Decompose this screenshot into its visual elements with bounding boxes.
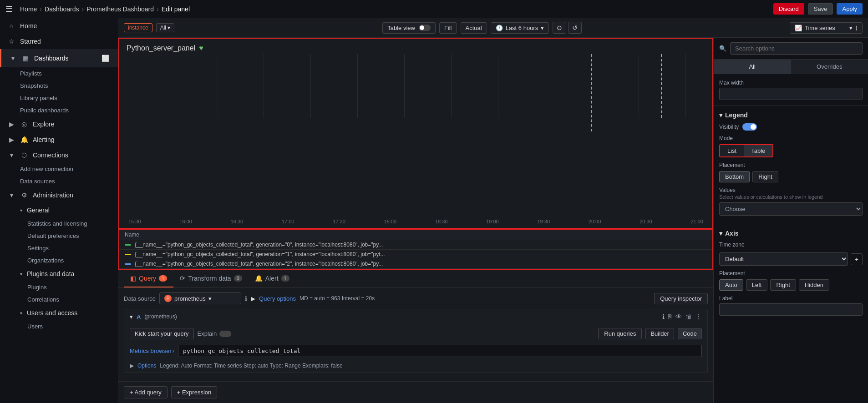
query-tab-label: Query [139, 275, 156, 282]
tab-query[interactable]: ◧ Query 1 [124, 270, 173, 287]
heart-icon: ♥ [199, 44, 203, 52]
sidebar-item-connections[interactable]: ▾ ⬡ Connections [0, 147, 118, 163]
axis-section-label: Axis [725, 230, 739, 237]
apply-button[interactable]: Apply [837, 3, 863, 15]
run-queries-button[interactable]: Run queries [598, 328, 642, 339]
sidebar-section-general[interactable]: ▾ General [0, 203, 118, 217]
discard-button[interactable]: Discard [773, 3, 804, 15]
sidebar-item-home[interactable]: ⌂ Home [0, 18, 118, 34]
placement-right-button[interactable]: Right [752, 171, 778, 182]
breadcrumb: Home › Dashboards › Prometheus Dashboard… [20, 5, 190, 13]
sidebar-item-default-prefs[interactable]: Default preferences [27, 230, 118, 242]
table-view-toggle[interactable]: Table view [382, 22, 436, 34]
legend-row-2[interactable]: {__name__="python_gc_objects_collected_t… [119, 259, 712, 269]
fill-button[interactable]: Fill [439, 22, 457, 34]
placement-bottom-button[interactable]: Bottom [719, 171, 750, 182]
axis-placement-hidden[interactable]: Hidden [799, 279, 829, 291]
code-button[interactable]: Code [678, 328, 702, 339]
sidebar-item-playlists[interactable]: Playlists [20, 67, 118, 80]
sidebar-item-correlations[interactable]: Correlations [27, 293, 118, 306]
sidebar-item-users[interactable]: Users [27, 320, 118, 332]
mode-list-button[interactable]: List [720, 145, 744, 156]
all-dropdown[interactable]: All ▾ [156, 23, 175, 32]
sidebar-item-plugins[interactable]: Plugins [27, 281, 118, 293]
instance-badge[interactable]: instance [124, 23, 152, 32]
query-block-header: ▾ A (prometheus) ℹ ⎘ 👁 🗑 ⋮ [124, 309, 707, 324]
actual-button[interactable]: Actual [461, 22, 487, 34]
sidebar-item-library-panels[interactable]: Library panels [20, 92, 118, 104]
axis-label-input[interactable] [719, 303, 863, 316]
time-range-picker[interactable]: 🕐 Last 6 hours ▾ [491, 22, 549, 34]
axis-placement-left[interactable]: Left [746, 279, 768, 291]
legend-header-name: Name [125, 232, 139, 238]
breadcrumb-home[interactable]: Home [20, 5, 37, 13]
explain-toggle-switch[interactable] [219, 331, 231, 337]
sidebar-item-snapshots[interactable]: Snapshots [20, 80, 118, 92]
refresh-button[interactable]: ↺ [568, 22, 582, 34]
time-range-label: Last 6 hours [506, 25, 538, 31]
add-expression-button[interactable]: + Expression [171, 386, 218, 398]
legend-row-0[interactable]: {__name__="python_gc_objects_collected_t… [119, 240, 712, 250]
right-panel-tab-overrides[interactable]: Overrides [791, 60, 868, 74]
zoom-out-button[interactable]: ⊖ [553, 22, 566, 34]
query-copy-icon[interactable]: ⎘ [668, 313, 672, 320]
sidebar-item-alerting[interactable]: ▶ 🔔 Alerting [0, 132, 118, 147]
axis-section-title[interactable]: ▾ Axis [719, 230, 863, 237]
sidebar-item-starred-label: Starred [20, 38, 41, 45]
sidebar-item-starred[interactable]: ☆ Starred [0, 34, 118, 49]
sidebar-item-explore[interactable]: ▶ ◎ Explore [0, 116, 118, 132]
sidebar-item-dashboards[interactable]: ▾ ▦ Dashboards ⬜ [0, 49, 118, 67]
table-view-toggle-switch[interactable] [419, 25, 431, 31]
query-inspector-button[interactable]: Query inspector [654, 293, 708, 304]
breadcrumb-dashboards[interactable]: Dashboards [45, 5, 79, 13]
viz-type-select[interactable]: 📈 Time series ▾ ⟩ [790, 22, 863, 34]
kick-start-button[interactable]: Kick start your query [130, 328, 194, 339]
query-block-collapse-icon[interactable]: ▾ [130, 313, 133, 320]
query-delete-icon[interactable]: 🗑 [685, 313, 692, 320]
save-button[interactable]: Save [808, 3, 833, 15]
general-chevron-icon: ▾ [20, 208, 22, 213]
right-panel-tab-all[interactable]: All [714, 60, 791, 74]
sidebar-item-statistics[interactable]: Statistics and licensing [27, 217, 118, 230]
tab-alert[interactable]: 🔔 Alert 1 [249, 270, 296, 287]
sidebar-item-add-connection[interactable]: Add new connection [20, 163, 118, 175]
sidebar-item-settings[interactable]: Settings [27, 242, 118, 254]
sidebar-section-users[interactable]: ▾ Users and access [0, 306, 118, 320]
values-choose-select[interactable]: Choose [719, 202, 863, 216]
sidebar-item-administration[interactable]: ▾ ⚙ Administration [0, 187, 118, 203]
legend-section-title[interactable]: ▾ Legend [719, 111, 863, 119]
sidebar-section-plugins[interactable]: ▾ Plugins and data [0, 267, 118, 281]
datasource-select[interactable]: P prometheus ▾ [159, 292, 241, 304]
legend-color-0 [125, 244, 131, 246]
datasource-info-icon[interactable]: ℹ [245, 295, 247, 302]
axis-placement-auto[interactable]: Auto [719, 279, 743, 291]
legend-row-1[interactable]: {__name__="python_gc_objects_collected_t… [119, 250, 712, 259]
query-eye-icon[interactable]: 👁 [675, 313, 682, 320]
tab-transform[interactable]: ⟳ Transform data 0 [173, 270, 249, 287]
axis-placement-right[interactable]: Right [770, 279, 796, 291]
sidebar-collapse-btn[interactable]: ⬜ [100, 53, 111, 64]
query-more-icon[interactable]: ⋮ [695, 313, 702, 320]
metrics-browser-link[interactable]: Metrics browser › [130, 348, 174, 354]
timezone-add-button[interactable]: + [851, 253, 863, 265]
sidebar-item-data-sources[interactable]: Data sources [20, 175, 118, 187]
sidebar-item-dashboards-label: Dashboards [34, 55, 69, 62]
sidebar-item-public-dashboards[interactable]: Public dashboards [20, 104, 118, 116]
max-width-input[interactable] [719, 88, 863, 100]
query-options-link[interactable]: Query options [259, 295, 296, 302]
sidebar-item-alerting-label: Alerting [33, 136, 54, 143]
visibility-label: Visibility [719, 124, 739, 130]
query-info-icon[interactable]: ℹ [662, 313, 665, 320]
breadcrumb-prometheus-dashboard[interactable]: Prometheus Dashboard [86, 5, 154, 13]
timezone-label: Time zone [719, 242, 745, 248]
options-label[interactable]: Options [137, 363, 156, 369]
builder-button[interactable]: Builder [645, 328, 674, 339]
menu-icon[interactable]: ☰ [5, 4, 13, 14]
mode-table-button[interactable]: Table [744, 145, 772, 156]
visibility-toggle[interactable] [742, 123, 757, 131]
timezone-select[interactable]: Default [719, 252, 848, 266]
sidebar-item-organizations[interactable]: Organizations [27, 254, 118, 267]
search-options-input[interactable] [730, 42, 863, 55]
metrics-input[interactable] [178, 345, 702, 357]
add-query-button[interactable]: + Add query [124, 386, 168, 398]
